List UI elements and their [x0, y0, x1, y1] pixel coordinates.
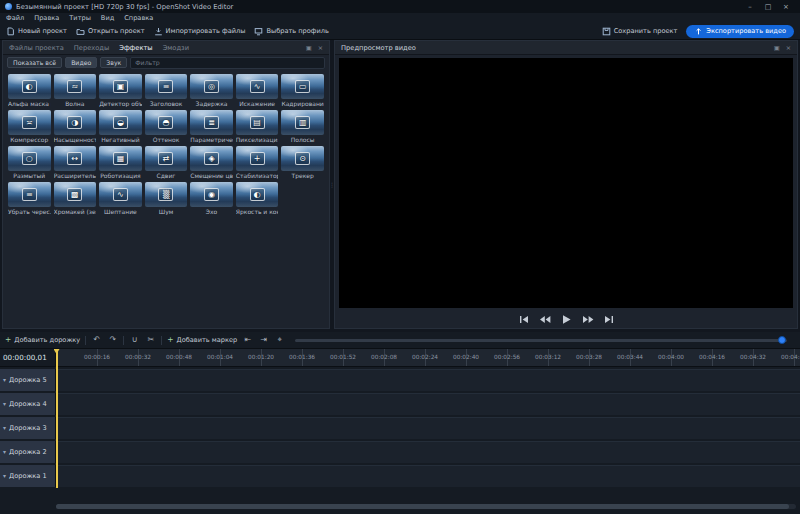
- ruler[interactable]: 00:00:1600:00:3200:00:4800:01:0400:01:20…: [56, 349, 800, 366]
- track-menu-icon[interactable]: ▾: [3, 449, 6, 455]
- center-playhead-icon[interactable]: ⌖: [274, 336, 285, 344]
- track-header[interactable]: ▾Дорожка 3: [0, 417, 56, 439]
- tab-effects[interactable]: Эффекты: [119, 44, 152, 52]
- effect-item[interactable]: ▩Хромакей (зел…: [54, 182, 97, 215]
- filter-video-button[interactable]: Видео: [65, 57, 97, 68]
- track-menu-icon[interactable]: ▾: [3, 377, 6, 383]
- effect-item[interactable]: ≣Параметрическ…: [190, 110, 233, 143]
- filter-audio-button[interactable]: Звук: [100, 57, 127, 68]
- effect-item[interactable]: ○Размытый: [8, 146, 51, 179]
- jump-end-button[interactable]: [604, 315, 614, 324]
- effect-item[interactable]: ◓Оттенок: [145, 110, 188, 143]
- effect-item[interactable]: ◈Смещение цвета: [190, 146, 233, 179]
- track-header[interactable]: ▾Дорожка 5: [0, 369, 56, 391]
- effect-item[interactable]: ↔Расширитель: [54, 146, 97, 179]
- track-row: ▾Дорожка 1: [0, 465, 800, 487]
- import-files-button[interactable]: Импортировать файлы: [154, 27, 246, 36]
- toolbar-separator: [161, 336, 162, 345]
- playhead[interactable]: [56, 349, 58, 488]
- filter-show-all-button[interactable]: Показать всё: [7, 57, 62, 68]
- add-marker-button[interactable]: + Добавить маркер: [167, 336, 237, 344]
- effect-item[interactable]: ◑Насыщенность…: [54, 110, 97, 143]
- track-header[interactable]: ▾Дорожка 1: [0, 465, 56, 487]
- menu-item[interactable]: Вид: [101, 14, 114, 22]
- tab-files[interactable]: Файлы проекта: [9, 44, 64, 52]
- track-menu-icon[interactable]: ▾: [3, 401, 6, 407]
- effect-item[interactable]: ◐Яркость и контраст: [236, 182, 279, 215]
- effect-item[interactable]: ▤Пикселизация: [236, 110, 279, 143]
- effect-item[interactable]: ≈Волна: [54, 74, 97, 107]
- redo-icon[interactable]: ↷: [107, 336, 118, 344]
- track-header[interactable]: ▾Дорожка 2: [0, 441, 56, 463]
- zoom-slider-handle[interactable]: [778, 336, 786, 344]
- track-row: ▾Дорожка 2: [0, 441, 800, 463]
- track-area[interactable]: [56, 393, 800, 415]
- effect-item[interactable]: ▥Полосы: [281, 110, 324, 143]
- menu-bar: ФайлПравкаТитрыВидСправка: [0, 13, 800, 23]
- track-area[interactable]: [56, 369, 800, 391]
- effect-item[interactable]: ∿Искажение: [236, 74, 279, 107]
- menu-item[interactable]: Справка: [124, 14, 153, 22]
- effect-item[interactable]: ⇄Сдвиг: [145, 146, 188, 179]
- track-header[interactable]: ▾Дорожка 4: [0, 393, 56, 415]
- ruler-label: 00:02:24: [412, 354, 438, 360]
- track-area[interactable]: [56, 417, 800, 439]
- effect-item[interactable]: ∿Шептание: [99, 182, 142, 215]
- horizontal-scrollbar[interactable]: [56, 504, 796, 509]
- menu-item[interactable]: Правка: [34, 14, 59, 22]
- effect-item[interactable]: ≡Заголовок: [145, 74, 188, 107]
- save-icon: [602, 27, 611, 36]
- maximize-button[interactable]: □: [759, 1, 777, 13]
- close-panel-icon[interactable]: ×: [318, 44, 323, 51]
- undock-panel-icon[interactable]: ▣: [306, 44, 312, 51]
- track-menu-icon[interactable]: ▾: [3, 473, 6, 479]
- effect-item[interactable]: ⊙Трекер: [281, 146, 324, 179]
- menu-item[interactable]: Файл: [6, 14, 24, 22]
- add-track-button[interactable]: + Добавить дорожку: [5, 336, 80, 344]
- track-area[interactable]: [56, 441, 800, 463]
- track-area[interactable]: [56, 465, 800, 487]
- app-window: Безымянный проект [HD 720p 30 fps] - Ope…: [0, 0, 800, 514]
- tab-emoji[interactable]: Эмодзи: [163, 44, 189, 52]
- undock-panel-icon[interactable]: ▣: [774, 44, 780, 51]
- track-menu-icon[interactable]: ▾: [3, 425, 6, 431]
- effect-item[interactable]: ≡Убрать черес…: [8, 182, 51, 215]
- close-button[interactable]: ×: [777, 1, 795, 13]
- undo-icon[interactable]: ↶: [91, 336, 102, 344]
- next-marker-icon[interactable]: ⇥: [258, 336, 269, 344]
- track-label: Дорожка 2: [9, 448, 47, 456]
- effect-item[interactable]: ▣Детектор объе…: [99, 74, 142, 107]
- open-project-button[interactable]: Открыть проект: [76, 27, 145, 36]
- effect-label: Детектор объе…: [99, 100, 142, 107]
- tab-transitions[interactable]: Переходы: [74, 44, 109, 52]
- jump-start-button[interactable]: [519, 315, 529, 324]
- zoom-slider[interactable]: [295, 339, 787, 342]
- menu-item[interactable]: Титры: [69, 14, 91, 22]
- fast-forward-button[interactable]: [582, 315, 594, 324]
- snapping-icon[interactable]: ∪: [129, 336, 140, 344]
- effect-item[interactable]: ◒Негативный: [99, 110, 142, 143]
- previous-marker-icon[interactable]: ⇤: [242, 336, 253, 344]
- effect-item[interactable]: ▦Роботизация: [99, 146, 142, 179]
- play-button[interactable]: [561, 314, 572, 325]
- choose-profile-button[interactable]: Выбрать профиль: [254, 27, 328, 36]
- effect-label: Убрать черес…: [8, 208, 51, 215]
- new-project-button[interactable]: Новый проект: [6, 27, 67, 36]
- filter-input[interactable]: [130, 57, 325, 69]
- main-toolbar: Новый проект Открыть проект Импортироват…: [0, 23, 800, 40]
- rewind-button[interactable]: [539, 315, 551, 324]
- effect-item[interactable]: ≍Компрессор: [8, 110, 51, 143]
- effect-item[interactable]: ◉Эхо: [190, 182, 233, 215]
- minimize-button[interactable]: –: [741, 1, 759, 13]
- effect-item[interactable]: +Стабилизатор: [236, 146, 279, 179]
- effect-item[interactable]: ◎Задержка: [190, 74, 233, 107]
- razor-icon[interactable]: ✂: [145, 336, 156, 344]
- effect-item[interactable]: ▒Шум: [145, 182, 188, 215]
- export-video-button[interactable]: Экспортировать видео: [686, 25, 794, 38]
- close-panel-icon[interactable]: ×: [786, 44, 791, 51]
- scrollbar-handle[interactable]: [56, 504, 789, 509]
- ruler-label: 00:04:48: [781, 354, 800, 360]
- save-project-button[interactable]: Сохранить проект: [602, 27, 678, 36]
- effect-item[interactable]: ◐Альфа маска и …: [8, 74, 51, 107]
- effect-item[interactable]: ▭Кадрирование: [281, 74, 324, 107]
